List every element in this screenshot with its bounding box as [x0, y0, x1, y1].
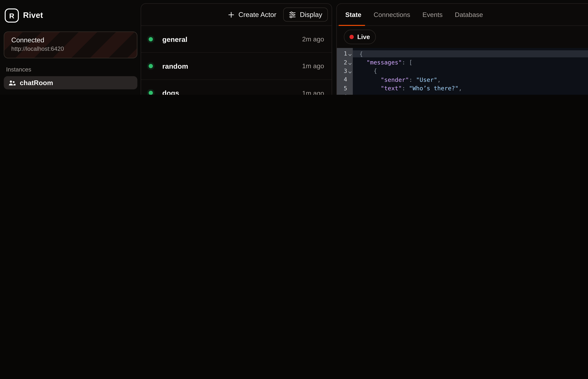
tab-connections[interactable]: Connections: [374, 11, 410, 18]
actor-status-dot-icon: [149, 91, 153, 95]
line-gutter: 5: [337, 85, 353, 92]
line-number: 4: [338, 76, 347, 83]
line-number: 6: [338, 94, 347, 95]
line-number: 2: [338, 59, 347, 66]
code-line-4: 4 "sender": "User",: [337, 75, 588, 84]
fold-chevron-icon[interactable]: [347, 62, 353, 65]
actor-last-active: 1m ago: [302, 89, 324, 95]
live-toggle[interactable]: Live: [344, 30, 376, 44]
line-number: 3: [338, 68, 347, 74]
display-button[interactable]: Display: [283, 8, 328, 22]
code-line-6: 6 "timestamp": 1764043991880: [337, 93, 588, 95]
instance-name: chatRoom: [20, 79, 53, 87]
line-gutter: 4: [337, 76, 353, 83]
code-text: "text": "Who’s there?",: [353, 85, 588, 92]
create-actor-label: Create Actor: [238, 11, 276, 18]
code-text: {: [353, 67, 588, 75]
code-line-1: 1{: [337, 49, 588, 58]
line-gutter: 3: [337, 68, 353, 74]
sidebar-item-chatroom[interactable]: chatRoom: [4, 76, 137, 89]
actor-list: general2m agorandom1m agodogs1m agobacke…: [141, 26, 332, 95]
connection-card[interactable]: Connected http://localhost:6420: [4, 32, 137, 58]
line-number: 1: [338, 50, 347, 57]
rivet-logo-icon: R: [5, 8, 19, 23]
brand-name: Rivet: [23, 11, 43, 20]
code-text: "sender": "User",: [353, 76, 588, 83]
actor-row-random[interactable]: random1m ago: [141, 53, 332, 80]
actor-row-general[interactable]: general2m ago: [141, 26, 332, 53]
plus-icon: [228, 11, 235, 18]
line-gutter: 1: [337, 50, 353, 57]
code-text: {: [353, 50, 588, 57]
code-line-5: 5 "text": "Who’s there?",: [337, 84, 588, 93]
actor-name: dogs: [162, 89, 179, 95]
create-actor-button[interactable]: Create Actor: [223, 8, 281, 22]
line-number: 5: [338, 85, 347, 92]
actor-name: general: [162, 35, 187, 43]
actors-panel: Create Actor Display general2m agorandom…: [141, 3, 332, 95]
fold-chevron-icon[interactable]: [347, 71, 353, 74]
display-label: Display: [300, 11, 322, 18]
line-gutter: 6: [337, 94, 353, 95]
code-text: "timestamp": 1764043991880: [353, 94, 588, 95]
inspector-tabs-bar: StateConnectionsEventsDatabase Running: [337, 4, 588, 26]
connection-url: http://localhost:6420: [11, 46, 137, 52]
inspector-panel: StateConnectionsEventsDatabase Running L…: [336, 3, 588, 95]
fold-chevron-icon[interactable]: [347, 54, 353, 57]
actor-status-dot-icon: [149, 37, 153, 41]
sliders-icon: [289, 11, 296, 18]
users-icon: [8, 79, 16, 86]
active-tab-underline: [339, 25, 365, 26]
state-toolbar: Live: [337, 26, 588, 48]
instances-label: Instances: [6, 66, 31, 73]
brand: R Rivet: [5, 8, 43, 23]
app: R Rivet Connected http://localhost:6420 …: [0, 0, 588, 95]
code-line-3: 3 {: [337, 67, 588, 75]
actor-name: random: [162, 62, 188, 70]
tab-database[interactable]: Database: [455, 11, 483, 18]
tab-state[interactable]: State: [345, 11, 361, 18]
actor-row-dogs[interactable]: dogs1m ago: [141, 80, 332, 95]
actor-status-dot-icon: [149, 64, 153, 68]
connection-status: Connected: [11, 36, 137, 44]
sidebar: R Rivet Connected http://localhost:6420 …: [0, 0, 141, 95]
live-label: Live: [357, 33, 370, 40]
state-json-editor[interactable]: 1{2 "messages": [3 {4 "sender": "User",5…: [337, 48, 588, 95]
tab-events[interactable]: Events: [422, 11, 443, 18]
code-text: "messages": [: [353, 59, 588, 66]
actor-last-active: 1m ago: [302, 62, 324, 70]
code-line-2: 2 "messages": [: [337, 58, 588, 67]
actors-header: Create Actor Display: [141, 4, 332, 26]
line-gutter: 2: [337, 59, 353, 66]
live-dot-icon: [350, 35, 353, 39]
actor-last-active: 2m ago: [302, 35, 324, 43]
